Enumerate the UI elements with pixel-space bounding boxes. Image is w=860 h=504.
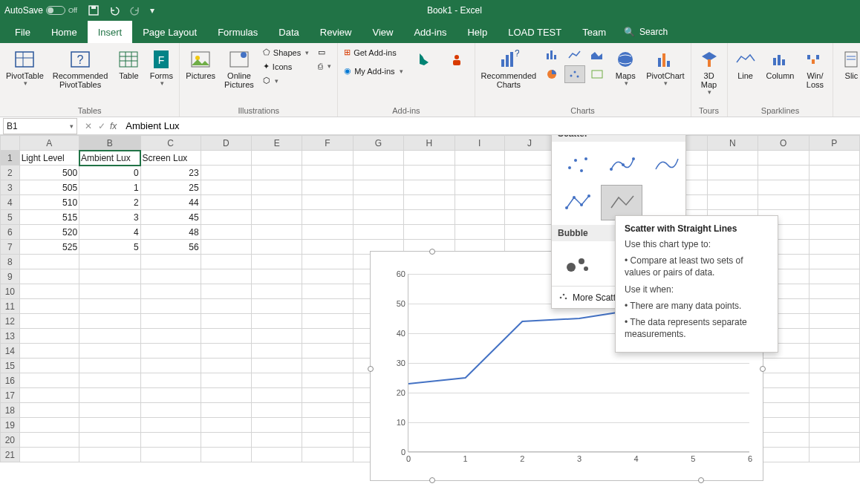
cell-H3[interactable]: [404, 180, 455, 195]
cell-E7[interactable]: [252, 240, 302, 255]
cell-E13[interactable]: [252, 329, 302, 344]
pivottable-button[interactable]: PivotTable▾: [3, 46, 47, 89]
sparkline-line-button[interactable]: Line: [731, 46, 760, 82]
cell-C3[interactable]: 25: [140, 180, 201, 195]
cell-A1[interactable]: Light Level: [19, 151, 79, 166]
cell-A11[interactable]: [19, 299, 79, 314]
col-header-J[interactable]: J: [504, 136, 555, 151]
cell-D1[interactable]: [201, 151, 251, 166]
cell-P21[interactable]: [809, 448, 859, 462]
cell-P13[interactable]: [809, 329, 859, 344]
cell-F20[interactable]: [302, 433, 353, 448]
cell-B2[interactable]: 0: [79, 166, 141, 180]
cell-E17[interactable]: [252, 388, 302, 403]
cell-F1[interactable]: [302, 151, 353, 166]
cell-B14[interactable]: [79, 344, 141, 359]
col-header-H[interactable]: H: [404, 136, 455, 151]
cell-B3[interactable]: 1: [79, 180, 141, 195]
cell-D9[interactable]: [201, 269, 251, 284]
cell-H6[interactable]: [404, 225, 455, 240]
cell-I3[interactable]: [455, 180, 504, 195]
formula-input[interactable]: [123, 119, 860, 133]
cell-P9[interactable]: [809, 269, 859, 284]
scatter-smooth-markers-option[interactable]: [601, 146, 642, 182]
cell-A12[interactable]: [19, 314, 79, 329]
cell-E15[interactable]: [252, 359, 302, 373]
cell-I2[interactable]: [455, 166, 504, 180]
cell-D6[interactable]: [201, 225, 251, 240]
cell-E2[interactable]: [252, 166, 302, 180]
cell-O19[interactable]: [758, 418, 809, 433]
cell-C17[interactable]: [140, 388, 201, 403]
row-header-7[interactable]: 7: [1, 240, 20, 255]
cell-E20[interactable]: [252, 433, 302, 448]
tab-home[interactable]: Home: [41, 21, 88, 43]
tab-insert[interactable]: Insert: [88, 21, 133, 43]
cell-F14[interactable]: [302, 344, 353, 359]
cell-P4[interactable]: [809, 195, 859, 210]
cell-D15[interactable]: [201, 359, 251, 373]
cell-D21[interactable]: [201, 448, 251, 462]
fx-icon[interactable]: fx: [110, 121, 123, 131]
cell-C2[interactable]: 23: [140, 166, 201, 180]
cell-F16[interactable]: [302, 373, 353, 388]
cell-B17[interactable]: [79, 388, 141, 403]
tab-help[interactable]: Help: [457, 21, 498, 43]
cell-C4[interactable]: 44: [140, 195, 201, 210]
cancel-formula-icon[interactable]: ✕: [85, 121, 92, 131]
cell-P12[interactable]: [809, 314, 859, 329]
col-header-G[interactable]: G: [353, 136, 404, 151]
cell-J5[interactable]: [504, 210, 555, 225]
cell-D14[interactable]: [201, 344, 251, 359]
cell-D18[interactable]: [201, 403, 251, 418]
tab-formulas[interactable]: Formulas: [207, 21, 268, 43]
cell-A16[interactable]: [19, 373, 79, 388]
row-header-9[interactable]: 9: [1, 269, 20, 284]
sparkline-winloss-button[interactable]: Win/ Loss: [800, 46, 830, 91]
bing-maps-button[interactable]: [409, 46, 439, 73]
row-header-18[interactable]: 18: [1, 403, 20, 418]
cell-H1[interactable]: [404, 151, 455, 166]
cell-D20[interactable]: [201, 433, 251, 448]
cell-E12[interactable]: [252, 314, 302, 329]
cell-E19[interactable]: [252, 418, 302, 433]
cell-B9[interactable]: [79, 269, 141, 284]
row-header-12[interactable]: 12: [1, 314, 20, 329]
cell-D5[interactable]: [201, 210, 251, 225]
cell-E9[interactable]: [252, 269, 302, 284]
scatter-straight-markers-option[interactable]: [556, 185, 598, 220]
tab-load-test[interactable]: LOAD TEST: [498, 21, 572, 43]
row-header-17[interactable]: 17: [1, 388, 20, 403]
cell-N2[interactable]: [707, 166, 758, 180]
cell-C5[interactable]: 45: [140, 210, 201, 225]
cell-O3[interactable]: [758, 180, 809, 195]
smartart-button[interactable]: ▭: [315, 46, 334, 59]
pivotchart-button[interactable]: PivotChart▾: [643, 46, 687, 89]
col-header-E[interactable]: E: [252, 136, 302, 151]
cell-B4[interactable]: 2: [79, 195, 141, 210]
cell-F3[interactable]: [302, 180, 353, 195]
row-header-1[interactable]: 1: [1, 151, 20, 166]
cell-A3[interactable]: 505: [19, 180, 79, 195]
autosave-toggle[interactable]: AutoSave Off: [4, 5, 77, 16]
cell-P17[interactable]: [809, 388, 859, 403]
col-header-I[interactable]: I: [455, 136, 504, 151]
scatter-smooth-lines-option[interactable]: [645, 146, 687, 182]
cell-A7[interactable]: 525: [19, 240, 79, 255]
cell-F19[interactable]: [302, 418, 353, 433]
row-header-21[interactable]: 21: [1, 448, 20, 462]
cell-P3[interactable]: [809, 180, 859, 195]
cell-P10[interactable]: [809, 284, 859, 299]
area-chart-button[interactable]: [587, 46, 607, 64]
tab-team[interactable]: Team: [572, 21, 616, 43]
cell-P11[interactable]: [809, 299, 859, 314]
cell-G4[interactable]: [353, 195, 404, 210]
cell-C15[interactable]: [140, 359, 201, 373]
row-header-19[interactable]: 19: [1, 418, 20, 433]
cell-E10[interactable]: [252, 284, 302, 299]
customize-qat-icon[interactable]: ▾: [147, 4, 157, 17]
cell-F10[interactable]: [302, 284, 353, 299]
cell-E11[interactable]: [252, 299, 302, 314]
col-header-O[interactable]: O: [758, 136, 809, 151]
cell-F7[interactable]: [302, 240, 353, 255]
